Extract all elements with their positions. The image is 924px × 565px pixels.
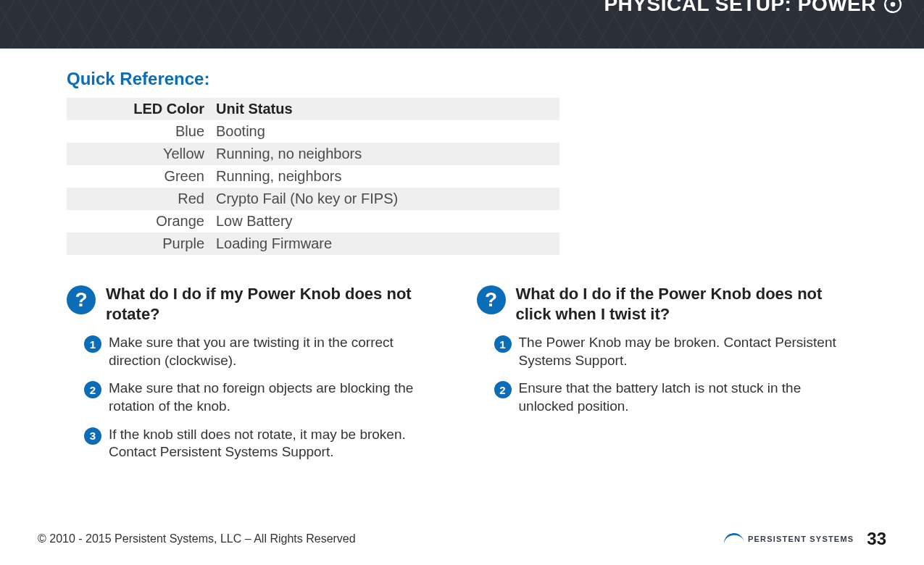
led-color-cell: Purple [67, 233, 212, 255]
unit-status-cell: Booting [212, 120, 559, 143]
step-number-badge: 2 [494, 381, 512, 398]
table-row: Yellow Running, no neighbors [67, 143, 559, 165]
logo-text: PERSISTENT SYSTEMS [748, 535, 854, 543]
table-row: Orange Low Battery [67, 210, 559, 233]
faq-grid: ? What do I do if my Power Knob does not… [67, 284, 857, 472]
page-content: Quick Reference: LED Color Unit Status B… [0, 49, 924, 472]
faq-question-text: What do I do if the Power Knob does not … [516, 284, 858, 324]
faq-step: 1 The Power Knob may be broken. Contact … [494, 334, 858, 369]
faq-step-text: Make sure that no foreign objects are bl… [109, 380, 448, 415]
unit-status-cell: Loading Firmware [212, 233, 559, 255]
table-row: Red Crypto Fail (No key or FIPS) [67, 188, 559, 210]
question-mark-icon: ? [67, 285, 96, 314]
led-color-cell: Blue [67, 120, 212, 143]
header-band: PHYSICAL SETUP: POWER [0, 0, 924, 49]
led-status-table: LED Color Unit Status Blue Booting Yello… [67, 98, 559, 255]
unit-status-cell: Running, neighbors [212, 165, 559, 188]
page-number: 33 [867, 529, 886, 549]
faq-block-left: ? What do I do if my Power Knob does not… [67, 284, 448, 472]
unit-status-cell: Low Battery [212, 210, 559, 233]
faq-step-text: Make sure that you are twisting it in th… [109, 334, 448, 369]
faq-step: 2 Ensure that the battery latch is not s… [494, 380, 858, 415]
unit-status-cell: Running, no neighbors [212, 143, 559, 165]
header-title-row: PHYSICAL SETUP: POWER [604, 0, 902, 16]
svg-point-1 [891, 2, 896, 7]
faq-step: 3 If the knob still does not rotate, it … [84, 426, 448, 461]
faq-question-row: ? What do I do if the Power Knob does no… [477, 284, 858, 324]
table-row: Purple Loading Firmware [67, 233, 559, 255]
step-number-badge: 1 [84, 335, 101, 353]
faq-block-right: ? What do I do if the Power Knob does no… [477, 284, 858, 472]
faq-question-text: What do I do if my Power Knob does not r… [106, 284, 448, 324]
logo-swoosh-icon [723, 533, 744, 545]
table-row: Blue Booting [67, 120, 559, 143]
faq-step: 2 Make sure that no foreign objects are … [84, 380, 448, 415]
unit-status-cell: Crypto Fail (No key or FIPS) [212, 188, 559, 210]
footer-right: PERSISTENT SYSTEMS 33 [723, 529, 886, 549]
faq-step-text: Ensure that the battery latch is not stu… [519, 380, 858, 415]
power-section-icon [883, 0, 902, 14]
faq-step-text: If the knob still does not rotate, it ma… [109, 426, 448, 461]
led-color-cell: Yellow [67, 143, 212, 165]
step-number-badge: 1 [494, 335, 512, 353]
copyright-text: © 2010 - 2015 Persistent Systems, LLC – … [38, 532, 356, 545]
led-color-cell: Orange [67, 210, 212, 233]
persistent-systems-logo: PERSISTENT SYSTEMS [723, 533, 854, 545]
led-color-cell: Red [67, 188, 212, 210]
header-unit-status: Unit Status [212, 98, 559, 120]
page-footer: © 2010 - 2015 Persistent Systems, LLC – … [0, 529, 924, 549]
table-header-row: LED Color Unit Status [67, 98, 559, 120]
quick-reference-heading: Quick Reference: [67, 69, 857, 89]
faq-question-row: ? What do I do if my Power Knob does not… [67, 284, 448, 324]
step-number-badge: 2 [84, 381, 101, 398]
header-title-text: PHYSICAL SETUP: POWER [604, 0, 876, 16]
header-led-color: LED Color [67, 98, 212, 120]
step-number-badge: 3 [84, 427, 101, 445]
faq-step-text: The Power Knob may be broken. Contact Pe… [519, 334, 858, 369]
led-color-cell: Green [67, 165, 212, 188]
question-mark-icon: ? [477, 285, 506, 314]
faq-step: 1 Make sure that you are twisting it in … [84, 334, 448, 369]
table-row: Green Running, neighbors [67, 165, 559, 188]
